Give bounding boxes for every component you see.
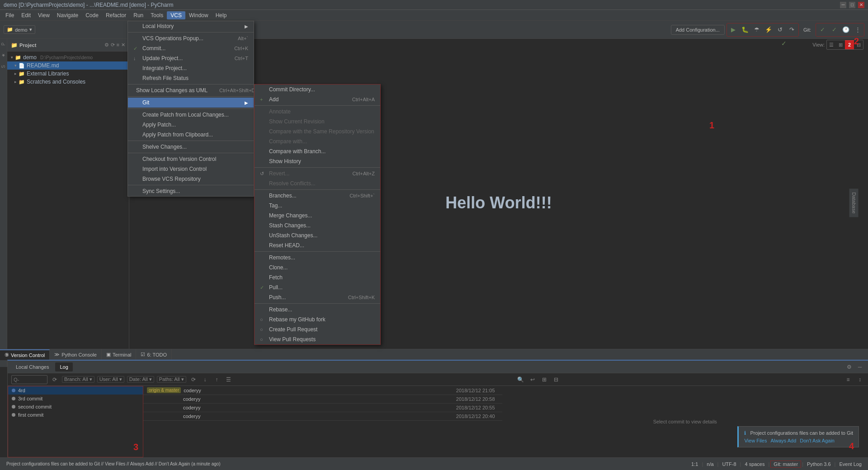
- tree-item-readme[interactable]: ▾ 📄 README.md: [7, 61, 129, 70]
- git-fetch[interactable]: Fetch: [255, 273, 380, 282]
- coverage-button[interactable]: ☂: [751, 24, 762, 35]
- date-filter[interactable]: Date: All ▾: [127, 376, 154, 383]
- git-branches[interactable]: Branches... Ctrl+Shift+`: [255, 191, 380, 201]
- menu-help[interactable]: Help: [212, 11, 231, 19]
- event-log-button[interactable]: Event Log: [836, 461, 864, 467]
- menu-git[interactable]: Git ▶: [128, 98, 254, 108]
- vc-undo-button[interactable]: ↩: [528, 375, 537, 384]
- menu-apply-patch-clipboard[interactable]: Apply Patch from Clipboard...: [128, 130, 254, 140]
- tab-version-control[interactable]: ⑨ Version Control: [0, 349, 50, 360]
- git-clone[interactable]: Clone...: [255, 263, 380, 273]
- favorites-sidebar-icon[interactable]: ★: [0, 51, 7, 60]
- status-line-ending[interactable]: n/a: [704, 461, 716, 467]
- commit-item-second[interactable]: second commit: [8, 403, 143, 411]
- notification-dont-ask[interactable]: Don't Ask Again: [800, 438, 835, 443]
- commit-item-4rd[interactable]: 4rd: [8, 386, 143, 395]
- git-rebase-github-fork[interactable]: ○ Rebase my GitHub fork: [255, 315, 380, 324]
- close-panel-icon[interactable]: ✕: [121, 42, 125, 48]
- commit-item-first[interactable]: first commit: [8, 411, 143, 419]
- status-indent[interactable]: 4 spaces: [742, 461, 767, 467]
- status-encoding[interactable]: UTF-8: [719, 461, 739, 467]
- menu-view[interactable]: View: [34, 11, 53, 19]
- commit-item-3rd[interactable]: 3rd commit: [8, 395, 143, 403]
- vc-search-icon-btn[interactable]: 🔍: [516, 375, 525, 384]
- reload-button[interactable]: ↺: [775, 24, 786, 35]
- vc-fetch-button[interactable]: ↓: [201, 375, 210, 384]
- close-button[interactable]: ✕: [858, 2, 864, 8]
- git-push[interactable]: Push... Ctrl+Shift+K: [255, 292, 380, 302]
- menu-vcs-operations[interactable]: VCS Operations Popup... Alt+`: [128, 33, 254, 43]
- menu-update[interactable]: ↓ Update Project... Ctrl+T: [128, 53, 254, 63]
- vc-tab-local-changes[interactable]: Local Changes: [11, 362, 53, 371]
- menu-import[interactable]: Import into Version Control: [128, 164, 254, 174]
- git-show-history[interactable]: Show History: [255, 156, 380, 166]
- vc-tab-log[interactable]: Log: [55, 362, 72, 371]
- git-compare-branch[interactable]: Compare with Branch...: [255, 146, 380, 156]
- branch-filter[interactable]: Branch: All ▾: [62, 376, 94, 383]
- menu-run[interactable]: Run: [130, 11, 147, 19]
- menu-vcs[interactable]: VCS: [167, 11, 185, 19]
- profile-button[interactable]: ⚡: [763, 24, 774, 35]
- tree-item-external-libs[interactable]: ▸ 📁 External Libraries: [7, 70, 129, 78]
- vc-grid-button[interactable]: ⊞: [540, 375, 549, 384]
- menu-integrate[interactable]: Integrate Project...: [128, 63, 254, 73]
- settings-icon[interactable]: ⚙: [104, 42, 109, 48]
- debug-button[interactable]: 🐛: [740, 24, 750, 35]
- sync-icon[interactable]: ⟳: [111, 42, 115, 48]
- vc-settings-button[interactable]: ⚙: [844, 362, 854, 371]
- vc-sort-button[interactable]: ↕: [855, 375, 864, 384]
- git-rebase[interactable]: Rebase...: [255, 305, 380, 315]
- menu-refactor[interactable]: Refactor: [102, 11, 130, 19]
- menu-shelve[interactable]: Shelve Changes...: [128, 142, 254, 152]
- options-icon[interactable]: ≡: [117, 42, 119, 48]
- menu-commit[interactable]: ✓ Commit... Ctrl+K: [128, 43, 254, 53]
- menu-navigate[interactable]: Navigate: [53, 11, 82, 19]
- structure-sidebar-icon[interactable]: S: [0, 63, 7, 70]
- notification-view-files[interactable]: View Files: [744, 438, 767, 443]
- vc-search-input[interactable]: [11, 375, 47, 384]
- vc-push-button[interactable]: ↑: [212, 375, 222, 384]
- menu-code[interactable]: Code: [82, 11, 102, 19]
- menu-create-patch[interactable]: Create Patch from Local Changes...: [128, 110, 254, 120]
- git-remotes[interactable]: Remotes...: [255, 253, 380, 263]
- menu-show-local-changes[interactable]: Show Local Changes as UML Ctrl+Alt+Shift…: [128, 85, 254, 95]
- git-unstash[interactable]: UnStash Changes...: [255, 230, 380, 240]
- vc-filter-button[interactable]: ≡: [844, 375, 853, 384]
- tab-terminal[interactable]: ▣ Terminal: [102, 349, 137, 360]
- tree-item-demo-root[interactable]: ▾ 📁 demo D:\PycharmProjects\demo: [7, 53, 129, 61]
- menu-refresh[interactable]: Refresh File Status: [128, 73, 254, 83]
- vc-options-button[interactable]: ☰: [224, 375, 233, 384]
- menu-tools[interactable]: Tools: [147, 11, 167, 19]
- paths-filter[interactable]: Paths: All ▾: [157, 376, 186, 383]
- git-view-pull-requests[interactable]: ○ View Pull Requests: [255, 334, 380, 344]
- git-stash[interactable]: Stash Changes...: [255, 221, 380, 230]
- menu-file[interactable]: File: [2, 11, 18, 19]
- status-python[interactable]: Python 3.6: [804, 461, 834, 467]
- vc-table-button[interactable]: ⊟: [552, 375, 561, 384]
- database-tab[interactable]: Database: [849, 188, 858, 217]
- minimize-button[interactable]: ─: [840, 2, 846, 8]
- git-reset-head[interactable]: Reset HEAD...: [255, 240, 380, 250]
- status-position[interactable]: 1:1: [689, 461, 701, 467]
- step-button[interactable]: ↷: [787, 24, 797, 35]
- git-commit-directory[interactable]: Commit Directory...: [255, 85, 380, 94]
- commit-button[interactable]: ✓: [817, 24, 828, 35]
- menu-edit[interactable]: Edit: [18, 11, 34, 19]
- maximize-button[interactable]: □: [849, 2, 855, 8]
- menu-apply-patch[interactable]: Apply Patch...: [128, 120, 254, 130]
- notification-always-add[interactable]: Always Add: [770, 438, 796, 443]
- git-create-pull-request[interactable]: ○ Create Pull Request: [255, 324, 380, 334]
- menu-local-history[interactable]: Local History ▶: [128, 21, 254, 31]
- add-configuration-button[interactable]: Add Configuration...: [671, 25, 725, 35]
- grid-view-button[interactable]: ⊞: [836, 40, 845, 49]
- menu-window[interactable]: Window: [185, 11, 212, 19]
- history-button[interactable]: 🕐: [840, 24, 851, 35]
- num-2-button[interactable]: 2: [845, 40, 854, 49]
- vc-sync-button[interactable]: ⟳: [189, 375, 198, 384]
- tab-todo[interactable]: ☑ 6: TODO: [136, 349, 172, 360]
- git-tag[interactable]: Tag...: [255, 201, 380, 211]
- vc-refresh-button[interactable]: ⟳: [50, 375, 59, 384]
- push-button[interactable]: ✓: [829, 24, 840, 35]
- run-button[interactable]: ▶: [728, 24, 739, 35]
- menu-sync-settings[interactable]: Sync Settings...: [128, 186, 254, 196]
